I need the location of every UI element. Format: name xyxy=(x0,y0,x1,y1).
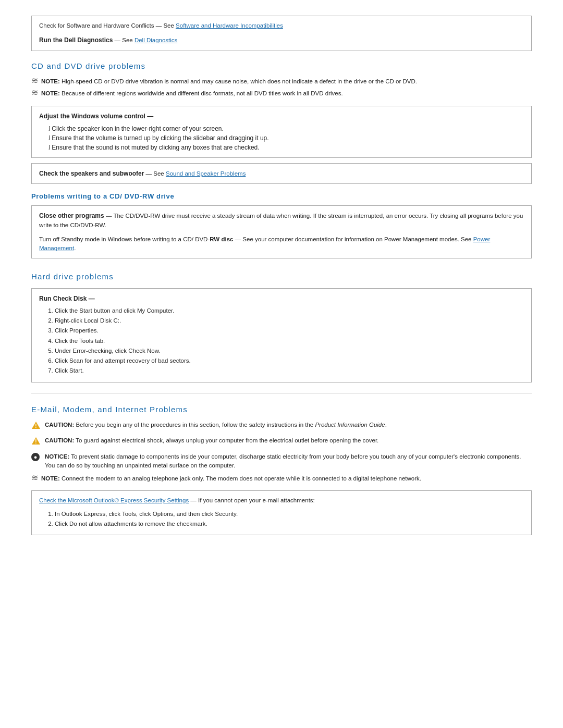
note2-text: Because of different regions worldwide a… xyxy=(62,90,343,96)
list-item: Under Error-checking, click Check Now. xyxy=(55,347,524,355)
outlook-express-header: Check the Microsoft Outlook® Express Sec… xyxy=(39,496,524,505)
speakers-label-prefix: — See xyxy=(144,170,166,177)
adjust-volume-bold: Adjust the Windows volume control xyxy=(39,113,145,120)
outlook-express-suffix: If you cannot open your e-mail attachmen… xyxy=(197,497,315,503)
adjust-volume-box: Adjust the Windows volume control — Clic… xyxy=(31,106,532,158)
standby-row: Turn off Standby mode in Windows before … xyxy=(39,235,524,253)
standby-suffix: . xyxy=(74,245,76,251)
standby-middle: — See your computer documentation for in… xyxy=(233,236,473,242)
notice-icon: ● xyxy=(31,453,40,464)
email-note-text: Connect the modem to an analog telephone… xyxy=(62,475,421,482)
list-item: Right-click Local Disk C:. xyxy=(55,316,524,325)
adjust-volume-dash: — xyxy=(145,113,153,120)
caution1-label: CAUTION: xyxy=(45,422,74,428)
dell-diagnostics-link[interactable]: Dell Diagnostics xyxy=(134,37,177,43)
close-programs-dash: — xyxy=(104,213,112,219)
caution1-italic: Product Information Guide xyxy=(315,422,385,428)
outlook-express-box: Check the Microsoft Outlook® Express Sec… xyxy=(31,490,532,535)
svg-text:●: ● xyxy=(34,454,38,460)
caution1-content: CAUTION: Before you begin any of the pro… xyxy=(45,421,387,429)
svg-text:!: ! xyxy=(35,439,36,445)
software-hardware-link[interactable]: Software and Hardware Incompatibilities xyxy=(176,22,283,29)
dell-diagnostics-label: Run the Dell Diagnostics xyxy=(39,36,113,44)
standby-bold: RW disc xyxy=(210,236,233,242)
sound-speaker-link[interactable]: Sound and Speaker Problems xyxy=(166,170,246,177)
list-item: Click Start. xyxy=(55,366,524,375)
note1-label: NOTE: xyxy=(41,78,60,84)
check-disk-bold: Run Check Disk xyxy=(39,295,87,302)
caution1-suffix: . xyxy=(385,422,387,428)
note1-text: High-speed CD or DVD drive vibration is … xyxy=(62,78,417,84)
list-item: Click Scan for and attempt recovery of b… xyxy=(55,356,524,365)
outlook-express-dash: — xyxy=(189,497,197,503)
email-note-icon: ≋ xyxy=(31,474,38,482)
caution1-icon: ! xyxy=(31,421,41,432)
close-programs-bold: Close other programs xyxy=(39,212,104,219)
check-disk-steps: Click the Start button and click My Comp… xyxy=(39,306,524,376)
note2-label: NOTE: xyxy=(41,90,60,96)
outlook-express-link[interactable]: Check the Microsoft Outlook® Express Sec… xyxy=(39,497,189,503)
list-item: Click Do not allow attachments to remove… xyxy=(55,520,524,528)
note2-icon: ≋ xyxy=(31,89,38,97)
caution2-row: ! CAUTION: To guard against electrical s… xyxy=(31,436,532,448)
dell-diagnostics-prefix: — See xyxy=(113,37,134,43)
problems-writing-heading: Problems writing to a CD/ DVD-RW drive xyxy=(31,191,532,202)
email-note-label: NOTE: xyxy=(41,475,60,482)
check-disk-box: Run Check Disk — Click the Start button … xyxy=(31,288,532,382)
close-programs-row: Close other programs — The CD/DVD-RW dri… xyxy=(39,211,524,230)
list-item: Click the Start button and click My Comp… xyxy=(55,306,524,315)
note1-icon: ≋ xyxy=(31,77,38,85)
close-programs-text: The CD/DVD-RW drive must receive a stead… xyxy=(39,213,523,228)
email-note-content: NOTE: Connect the modem to an analog tel… xyxy=(41,474,421,483)
cd-dvd-heading: CD and DVD drive problems xyxy=(31,60,532,72)
standby-prefix: Turn off Standby mode in Windows before … xyxy=(39,236,210,242)
check-speakers-box: Check the speakers and subwoofer — See S… xyxy=(31,163,532,184)
software-conflict-prefix: Check for Software and Hardware Conflict… xyxy=(39,22,176,29)
list-item: Ensure that the sound is not muted by cl… xyxy=(48,143,524,152)
notice-row: ● NOTICE: To prevent static damage to co… xyxy=(31,452,532,471)
notice-label: NOTICE: xyxy=(45,453,69,460)
caution1-row: ! CAUTION: Before you begin any of the p… xyxy=(31,421,532,432)
svg-text:!: ! xyxy=(35,423,36,429)
top-info-box: Check for Software and Hardware Conflict… xyxy=(31,16,532,51)
list-item: In Outlook Express, click Tools, click O… xyxy=(55,510,524,519)
caution2-content: CAUTION: To guard against electrical sho… xyxy=(45,436,378,445)
caution1-text: Before you begin any of the procedures i… xyxy=(76,422,315,428)
email-note-row: ≋ NOTE: Connect the modem to an analog t… xyxy=(31,474,532,483)
check-disk-dash: — xyxy=(87,295,94,302)
section-divider xyxy=(31,393,532,393)
caution2-icon: ! xyxy=(31,437,41,448)
speakers-label-bold: Check the speakers and subwoofer xyxy=(39,170,144,177)
cd-dvd-note1: ≋ NOTE: High-speed CD or DVD drive vibra… xyxy=(31,77,532,86)
check-disk-label: Run Check Disk — xyxy=(39,294,524,303)
note1-content: NOTE: High-speed CD or DVD drive vibrati… xyxy=(41,77,417,86)
cd-dvd-note2: ≋ NOTE: Because of different regions wor… xyxy=(31,89,532,98)
caution2-text: To guard against electrical shock, alway… xyxy=(76,437,378,443)
list-item: Click the Tools tab. xyxy=(55,337,524,346)
hard-drive-heading: Hard drive problems xyxy=(31,271,532,283)
list-item: Click Properties. xyxy=(55,326,524,335)
caution2-label: CAUTION: xyxy=(45,437,74,443)
list-item: Ensure that the volume is turned up by c… xyxy=(48,133,524,143)
email-modem-heading: E-Mail, Modem, and Internet Problems xyxy=(31,404,532,416)
notice-text: To prevent static damage to components i… xyxy=(45,453,521,468)
notice-content: NOTICE: To prevent static damage to comp… xyxy=(45,452,532,471)
close-programs-box: Close other programs — The CD/DVD-RW dri… xyxy=(31,205,532,258)
adjust-volume-label: Adjust the Windows volume control — xyxy=(39,112,524,121)
outlook-express-steps: In Outlook Express, click Tools, click O… xyxy=(39,510,524,529)
note2-content: NOTE: Because of different regions world… xyxy=(41,89,343,98)
adjust-volume-list: Click the speaker icon in the lower-righ… xyxy=(39,124,524,152)
dell-diagnostics-row: Run the Dell Diagnostics — See Dell Diag… xyxy=(39,35,524,45)
list-item: Click the speaker icon in the lower-righ… xyxy=(48,124,524,133)
software-conflict-row: Check for Software and Hardware Conflict… xyxy=(39,21,524,30)
